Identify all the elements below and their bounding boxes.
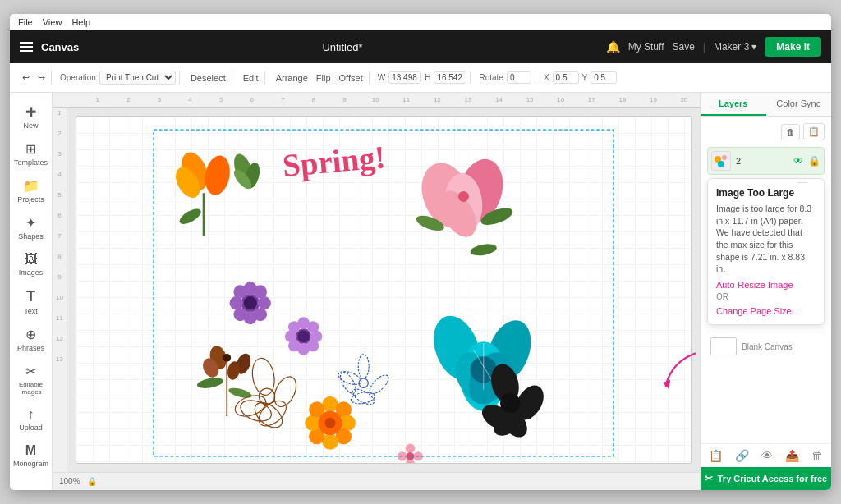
tooltip-popup: Image Too Large Image is too large for 8… xyxy=(707,178,825,325)
sidebar-item-projects[interactable]: 📁 Projects xyxy=(11,173,51,208)
try-cricut-label: Try Cricut Access for free xyxy=(718,474,827,483)
menu-file[interactable]: File xyxy=(18,17,33,27)
templates-icon: ⊞ xyxy=(25,141,36,157)
maker-selector[interactable]: Maker 3 ▾ xyxy=(714,41,756,53)
images-icon: 🖼 xyxy=(25,252,38,267)
tab-layers[interactable]: Layers xyxy=(701,93,766,116)
svg-point-75 xyxy=(237,396,273,425)
svg-point-12 xyxy=(258,296,271,309)
svg-point-72 xyxy=(255,396,291,430)
panel-toolbar: 🗑 📋 xyxy=(707,123,825,140)
deselect-button[interactable]: Deselect xyxy=(188,71,228,85)
sidebar-item-new[interactable]: ✚ New xyxy=(11,99,51,135)
svg-point-36 xyxy=(470,242,498,257)
canvas-area: 1 2 3 4 5 6 7 8 9 10 11 12 13 14 15 16 1 xyxy=(53,93,700,490)
pos-x-input[interactable] xyxy=(553,71,579,84)
deselect-group: Deselect xyxy=(185,71,232,85)
sidebar-item-editable-images[interactable]: ✂ Editable Images xyxy=(11,359,51,401)
rotate-input[interactable] xyxy=(507,71,531,84)
shapes-icon: ✦ xyxy=(25,215,36,231)
sidebar-item-text[interactable]: T Text xyxy=(11,283,51,320)
sidebar-item-images[interactable]: 🖼 Images xyxy=(11,247,51,282)
svg-point-74 xyxy=(250,397,287,432)
status-bar: 100% 🔒 xyxy=(53,472,700,490)
make-it-button[interactable]: Make It xyxy=(765,37,821,57)
history-group: ↩ ↪ xyxy=(16,71,52,85)
size-group: W H xyxy=(375,71,471,84)
svg-point-5 xyxy=(177,206,204,227)
panel-content: 🗑 📋 2 👁 🔒 xyxy=(701,117,831,443)
tab-color-sync[interactable]: Color Sync xyxy=(766,93,832,116)
sidebar-item-monogram[interactable]: M Monogram xyxy=(11,438,51,473)
projects-icon: 📁 xyxy=(23,178,39,194)
svg-point-28 xyxy=(297,331,310,343)
hamburger-menu[interactable] xyxy=(20,42,33,52)
canvas-board: Spring! xyxy=(76,116,692,464)
svg-point-86 xyxy=(350,386,376,407)
nav-title: Untitled* xyxy=(87,41,597,53)
new-icon: ✚ xyxy=(25,104,36,120)
upload-icon: ↑ xyxy=(28,407,34,422)
canvas-main[interactable]: Spring! xyxy=(67,108,700,472)
delete-layer-button[interactable]: 🗑 xyxy=(781,124,800,140)
change-page-size-link[interactable]: Change Page Size xyxy=(716,306,816,316)
undo-button[interactable]: ↩ xyxy=(20,71,32,85)
svg-point-82 xyxy=(358,355,369,378)
size-h-input[interactable] xyxy=(434,71,466,84)
phrases-icon: ⊕ xyxy=(25,327,36,342)
try-cricut-bar[interactable]: ✂ Try Cricut Access for free xyxy=(701,467,831,490)
offset-button[interactable]: Offset xyxy=(337,71,365,85)
operation-select[interactable]: Print Then Cut xyxy=(99,71,176,85)
editable-images-icon: ✂ xyxy=(25,364,36,379)
panel-link-icon[interactable]: 🔗 xyxy=(735,449,749,462)
svg-point-33 xyxy=(458,191,469,202)
operation-group: Operation Print Then Cut xyxy=(57,71,180,85)
svg-point-15 xyxy=(233,308,246,321)
notification-bell-icon[interactable]: 🔔 xyxy=(606,40,620,53)
ruler-vertical: 12345 678910 111213 xyxy=(53,108,67,472)
flip-button[interactable]: Flip xyxy=(314,71,333,85)
svg-point-77 xyxy=(406,443,415,452)
menu-view[interactable]: View xyxy=(43,17,62,27)
rotate-group: Rotate xyxy=(476,71,535,84)
panel-delete-icon[interactable]: 🗑 xyxy=(811,449,823,462)
toolbar: ↩ ↪ Operation Print Then Cut Deselect Ed… xyxy=(10,63,831,93)
svg-point-43 xyxy=(196,376,224,390)
svg-point-16 xyxy=(230,296,243,309)
zoom-level: 100% xyxy=(59,477,80,486)
pos-y-label: Y xyxy=(582,73,588,82)
edit-button[interactable]: Edit xyxy=(241,71,261,85)
sidebar-item-shapes[interactable]: ✦ Shapes xyxy=(11,210,51,245)
svg-point-2 xyxy=(202,153,232,197)
monogram-icon: M xyxy=(25,443,36,458)
flowers-canvas-svg: Spring! xyxy=(76,117,691,463)
tooltip-title: Image Too Large xyxy=(716,187,816,199)
nav-right: 🔔 My Stuff Save | Maker 3 ▾ Make It xyxy=(606,37,821,57)
panel-duplicate-icon[interactable]: 📋 xyxy=(709,449,723,462)
redo-button[interactable]: ↪ xyxy=(35,71,48,85)
layer-number: 2 xyxy=(736,156,788,166)
copy-layer-button[interactable]: 📋 xyxy=(803,123,825,140)
svg-point-42 xyxy=(223,354,231,362)
save-link[interactable]: Save xyxy=(672,41,694,53)
layer-item[interactable]: 2 👁 🔒 xyxy=(707,147,825,175)
arrange-button[interactable]: Arrange xyxy=(273,71,310,85)
auto-resize-link[interactable]: Auto-Resize Image xyxy=(716,280,816,290)
svg-point-17 xyxy=(233,285,246,298)
svg-point-55 xyxy=(325,418,336,428)
sidebar-item-upload[interactable]: ↑ Upload xyxy=(11,402,51,437)
svg-point-91 xyxy=(722,155,727,160)
my-stuff-link[interactable]: My Stuff xyxy=(628,41,664,53)
layer-visibility-icon[interactable]: 👁 xyxy=(793,155,803,167)
sidebar-item-phrases[interactable]: ⊕ Phrases xyxy=(11,322,51,357)
panel-visibility-icon[interactable]: 👁 xyxy=(761,449,773,462)
pos-y-input[interactable] xyxy=(591,71,617,84)
svg-point-88 xyxy=(359,378,368,387)
layer-lock-icon[interactable]: 🔒 xyxy=(808,155,820,167)
size-w-input[interactable] xyxy=(388,71,421,84)
menu-help[interactable]: Help xyxy=(71,17,90,27)
layer-thumbnail xyxy=(711,151,731,171)
svg-point-69 xyxy=(500,393,520,413)
panel-export-icon[interactable]: 📤 xyxy=(785,449,799,462)
sidebar-item-templates[interactable]: ⊞ Templates xyxy=(11,136,51,172)
